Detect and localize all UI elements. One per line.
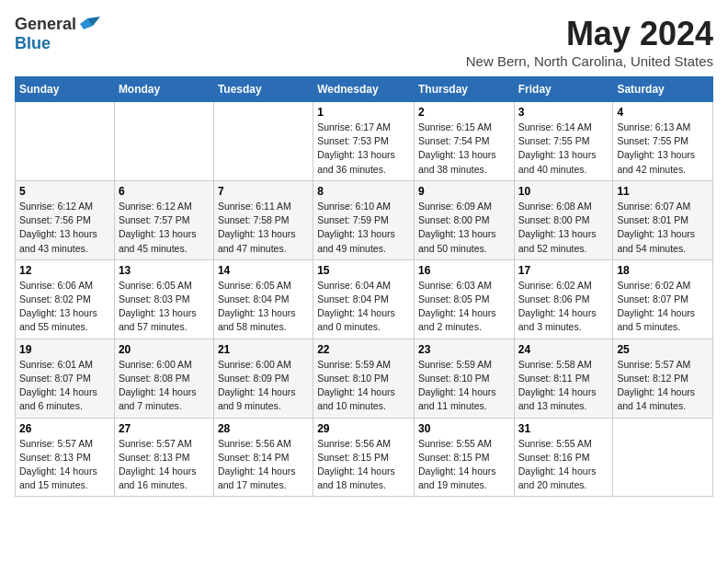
calendar-cell: 23Sunrise: 5:59 AM Sunset: 8:10 PM Dayli… — [414, 339, 514, 418]
calendar-cell: 30Sunrise: 5:55 AM Sunset: 8:15 PM Dayli… — [414, 418, 514, 497]
calendar-header-tuesday: Tuesday — [213, 77, 313, 102]
day-info: Sunrise: 5:56 AM Sunset: 8:15 PM Dayligh… — [317, 437, 410, 493]
calendar-header-monday: Monday — [114, 77, 213, 102]
calendar-cell: 12Sunrise: 6:06 AM Sunset: 8:02 PM Dayli… — [16, 259, 115, 339]
day-number: 31 — [518, 422, 609, 435]
day-info: Sunrise: 6:05 AM Sunset: 8:04 PM Dayligh… — [218, 279, 309, 335]
day-number: 16 — [418, 264, 510, 277]
calendar-cell: 11Sunrise: 6:07 AM Sunset: 8:01 PM Dayli… — [613, 180, 713, 259]
calendar-week-2: 5Sunrise: 6:12 AM Sunset: 7:56 PM Daylig… — [16, 180, 713, 259]
day-info: Sunrise: 6:00 AM Sunset: 8:09 PM Dayligh… — [218, 358, 309, 414]
day-number: 25 — [617, 343, 709, 356]
calendar-cell: 19Sunrise: 6:01 AM Sunset: 8:07 PM Dayli… — [16, 339, 115, 418]
day-info: Sunrise: 6:10 AM Sunset: 7:59 PM Dayligh… — [317, 200, 410, 256]
day-info: Sunrise: 5:55 AM Sunset: 8:16 PM Dayligh… — [518, 437, 609, 493]
calendar-cell: 22Sunrise: 5:59 AM Sunset: 8:10 PM Dayli… — [313, 339, 415, 418]
calendar-cell — [16, 102, 115, 181]
day-info: Sunrise: 6:00 AM Sunset: 8:08 PM Dayligh… — [119, 358, 210, 414]
calendar-cell: 20Sunrise: 6:00 AM Sunset: 8:08 PM Dayli… — [114, 339, 213, 418]
calendar-week-4: 19Sunrise: 6:01 AM Sunset: 8:07 PM Dayli… — [16, 339, 713, 418]
calendar-week-1: 1Sunrise: 6:17 AM Sunset: 7:53 PM Daylig… — [16, 102, 713, 181]
calendar-cell: 2Sunrise: 6:15 AM Sunset: 7:54 PM Daylig… — [414, 102, 514, 181]
calendar-cell: 10Sunrise: 6:08 AM Sunset: 8:00 PM Dayli… — [514, 180, 613, 259]
calendar-cell: 7Sunrise: 6:11 AM Sunset: 7:58 PM Daylig… — [213, 180, 313, 259]
day-number: 13 — [119, 264, 210, 277]
calendar-cell: 15Sunrise: 6:04 AM Sunset: 8:04 PM Dayli… — [313, 259, 415, 339]
day-info: Sunrise: 6:08 AM Sunset: 8:00 PM Dayligh… — [518, 200, 609, 256]
calendar-week-5: 26Sunrise: 5:57 AM Sunset: 8:13 PM Dayli… — [16, 418, 713, 497]
calendar-cell: 14Sunrise: 6:05 AM Sunset: 8:04 PM Dayli… — [213, 259, 313, 339]
calendar-header-thursday: Thursday — [414, 77, 514, 102]
calendar-cell: 24Sunrise: 5:58 AM Sunset: 8:11 PM Dayli… — [514, 339, 613, 418]
day-info: Sunrise: 6:17 AM Sunset: 7:53 PM Dayligh… — [317, 121, 410, 177]
calendar-header-row: SundayMondayTuesdayWednesdayThursdayFrid… — [16, 77, 713, 102]
day-info: Sunrise: 6:02 AM Sunset: 8:07 PM Dayligh… — [617, 279, 709, 335]
day-number: 9 — [418, 185, 510, 198]
calendar-cell: 18Sunrise: 6:02 AM Sunset: 8:07 PM Dayli… — [613, 259, 713, 339]
day-info: Sunrise: 6:06 AM Sunset: 8:02 PM Dayligh… — [19, 279, 110, 335]
calendar-cell: 27Sunrise: 5:57 AM Sunset: 8:13 PM Dayli… — [114, 418, 213, 497]
calendar-cell — [613, 418, 713, 497]
day-number: 30 — [418, 422, 510, 435]
day-number: 24 — [518, 343, 609, 356]
calendar-cell: 25Sunrise: 5:57 AM Sunset: 8:12 PM Dayli… — [613, 339, 713, 418]
day-number: 11 — [617, 185, 709, 198]
day-info: Sunrise: 5:55 AM Sunset: 8:15 PM Dayligh… — [418, 437, 510, 493]
day-info: Sunrise: 6:12 AM Sunset: 7:56 PM Dayligh… — [19, 200, 110, 256]
calendar-header-friday: Friday — [514, 77, 613, 102]
day-number: 10 — [518, 185, 609, 198]
day-number: 3 — [518, 106, 609, 119]
page-title: May 2024 — [466, 15, 713, 53]
logo-bird-icon — [80, 17, 100, 33]
day-info: Sunrise: 6:05 AM Sunset: 8:03 PM Dayligh… — [119, 279, 210, 335]
day-info: Sunrise: 6:09 AM Sunset: 8:00 PM Dayligh… — [418, 200, 510, 256]
calendar-cell: 9Sunrise: 6:09 AM Sunset: 8:00 PM Daylig… — [414, 180, 514, 259]
day-info: Sunrise: 6:04 AM Sunset: 8:04 PM Dayligh… — [317, 279, 410, 335]
calendar-body: 1Sunrise: 6:17 AM Sunset: 7:53 PM Daylig… — [16, 102, 713, 497]
day-number: 15 — [317, 264, 410, 277]
calendar-cell: 8Sunrise: 6:10 AM Sunset: 7:59 PM Daylig… — [313, 180, 415, 259]
logo: General Blue — [15, 15, 100, 53]
day-info: Sunrise: 6:02 AM Sunset: 8:06 PM Dayligh… — [518, 279, 609, 335]
day-number: 29 — [317, 422, 410, 435]
day-info: Sunrise: 5:57 AM Sunset: 8:13 PM Dayligh… — [119, 437, 210, 493]
calendar-cell: 31Sunrise: 5:55 AM Sunset: 8:16 PM Dayli… — [514, 418, 613, 497]
day-number: 23 — [418, 343, 510, 356]
calendar-cell: 5Sunrise: 6:12 AM Sunset: 7:56 PM Daylig… — [16, 180, 115, 259]
day-number: 5 — [19, 185, 110, 198]
day-number: 18 — [617, 264, 709, 277]
calendar-cell: 1Sunrise: 6:17 AM Sunset: 7:53 PM Daylig… — [313, 102, 415, 181]
page-header: General Blue May 2024 New Bern, North Ca… — [15, 15, 713, 69]
day-number: 14 — [218, 264, 309, 277]
day-info: Sunrise: 6:14 AM Sunset: 7:55 PM Dayligh… — [518, 121, 609, 177]
calendar-header-saturday: Saturday — [613, 77, 713, 102]
calendar-cell: 17Sunrise: 6:02 AM Sunset: 8:06 PM Dayli… — [514, 259, 613, 339]
day-number: 19 — [19, 343, 110, 356]
day-info: Sunrise: 5:58 AM Sunset: 8:11 PM Dayligh… — [518, 358, 609, 414]
day-info: Sunrise: 6:13 AM Sunset: 7:55 PM Dayligh… — [617, 121, 709, 177]
calendar-cell — [114, 102, 213, 181]
day-number: 26 — [19, 422, 110, 435]
day-info: Sunrise: 6:11 AM Sunset: 7:58 PM Dayligh… — [218, 200, 309, 256]
day-info: Sunrise: 5:56 AM Sunset: 8:14 PM Dayligh… — [218, 437, 309, 493]
day-number: 6 — [119, 185, 210, 198]
day-number: 21 — [218, 343, 309, 356]
day-number: 22 — [317, 343, 410, 356]
calendar-cell: 6Sunrise: 6:12 AM Sunset: 7:57 PM Daylig… — [114, 180, 213, 259]
day-info: Sunrise: 5:59 AM Sunset: 8:10 PM Dayligh… — [317, 358, 410, 414]
calendar-header-wednesday: Wednesday — [313, 77, 415, 102]
calendar-week-3: 12Sunrise: 6:06 AM Sunset: 8:02 PM Dayli… — [16, 259, 713, 339]
day-number: 12 — [19, 264, 110, 277]
day-number: 20 — [119, 343, 210, 356]
calendar-cell — [213, 102, 313, 181]
calendar-cell: 4Sunrise: 6:13 AM Sunset: 7:55 PM Daylig… — [613, 102, 713, 181]
day-info: Sunrise: 6:01 AM Sunset: 8:07 PM Dayligh… — [19, 358, 110, 414]
calendar-cell: 21Sunrise: 6:00 AM Sunset: 8:09 PM Dayli… — [213, 339, 313, 418]
calendar-cell: 13Sunrise: 6:05 AM Sunset: 8:03 PM Dayli… — [114, 259, 213, 339]
calendar-cell: 26Sunrise: 5:57 AM Sunset: 8:13 PM Dayli… — [16, 418, 115, 497]
page-location: New Bern, North Carolina, United States — [466, 53, 713, 69]
day-number: 4 — [617, 106, 709, 119]
day-number: 2 — [418, 106, 510, 119]
day-number: 28 — [218, 422, 309, 435]
day-info: Sunrise: 6:15 AM Sunset: 7:54 PM Dayligh… — [418, 121, 510, 177]
